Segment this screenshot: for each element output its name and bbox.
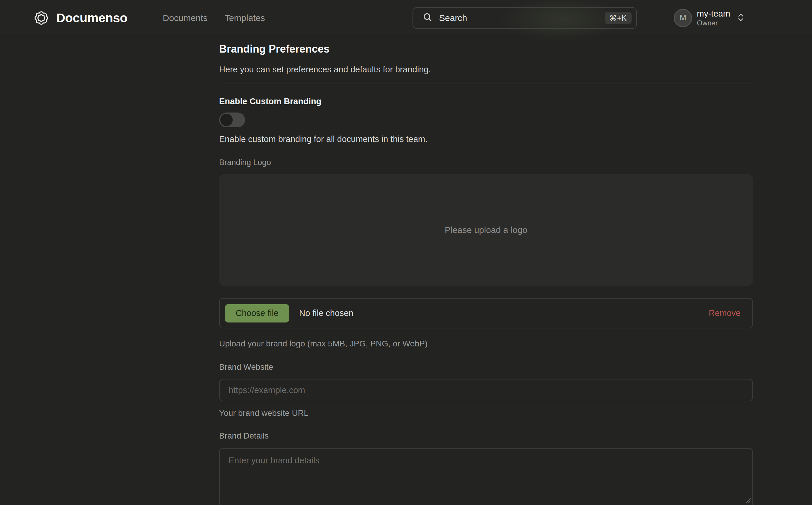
page-title: Branding Preferences xyxy=(219,43,330,55)
nav-item-documents[interactable]: Documents xyxy=(163,13,208,23)
branding-logo-label: Branding Logo xyxy=(219,158,271,167)
logo-help-text: Upload your brand logo (max 5MB, JPG, PN… xyxy=(219,339,428,348)
brand-website-input[interactable] xyxy=(219,379,753,401)
textarea-resize-handle[interactable] xyxy=(744,496,751,505)
search-placeholder-text: Search xyxy=(439,13,605,23)
main-nav: Documents Templates xyxy=(163,0,265,36)
documenso-seal-icon xyxy=(33,10,50,26)
chevrons-up-down-icon xyxy=(737,13,745,23)
search-icon xyxy=(423,12,433,24)
brand-details-field xyxy=(219,448,753,505)
team-avatar: M xyxy=(674,9,692,27)
brand-details-label: Brand Details xyxy=(219,431,269,441)
enable-custom-branding-label: Enable Custom Branding xyxy=(219,97,321,106)
logo-upload-dropzone[interactable]: Please upload a logo xyxy=(219,174,753,286)
account-info: my-team Owner xyxy=(697,9,735,27)
enable-custom-branding-description: Enable custom branding for all documents… xyxy=(219,134,428,144)
team-role: Owner xyxy=(697,19,735,27)
team-name: my-team xyxy=(697,9,735,19)
search-shortcut-badge: ⌘+K xyxy=(605,12,632,24)
branding-preferences-content: Branding Preferences Here you can set pr… xyxy=(219,36,753,505)
nav-item-templates[interactable]: Templates xyxy=(225,13,265,23)
search-input[interactable]: Search ⌘+K xyxy=(412,7,637,29)
brand-details-textarea[interactable] xyxy=(219,448,753,505)
choose-file-button[interactable]: Choose file xyxy=(225,304,289,323)
brand-website-label: Brand Website xyxy=(219,362,273,372)
enable-custom-branding-toggle[interactable] xyxy=(219,113,245,127)
remove-logo-button[interactable]: Remove xyxy=(708,308,741,318)
section-divider xyxy=(219,83,753,84)
top-navbar: Documenso Documents Templates Search ⌘+K… xyxy=(0,0,812,36)
logo-file-input-row: Choose file No file chosen Remove xyxy=(219,298,753,328)
documenso-logo[interactable]: Documenso xyxy=(33,0,128,36)
file-status-text: No file chosen xyxy=(299,308,708,318)
branding-preferences-page: { "brand": { "name": "Documenso" }, "nav… xyxy=(0,0,812,505)
logo-upload-empty-text: Please upload a logo xyxy=(445,225,527,235)
account-menu[interactable]: M my-team Owner xyxy=(674,0,745,36)
page-subtitle: Here you can set preferences and default… xyxy=(219,65,431,74)
toggle-thumb xyxy=(220,114,233,126)
brand-name: Documenso xyxy=(56,11,128,25)
brand-website-help-text: Your brand website URL xyxy=(219,408,308,418)
